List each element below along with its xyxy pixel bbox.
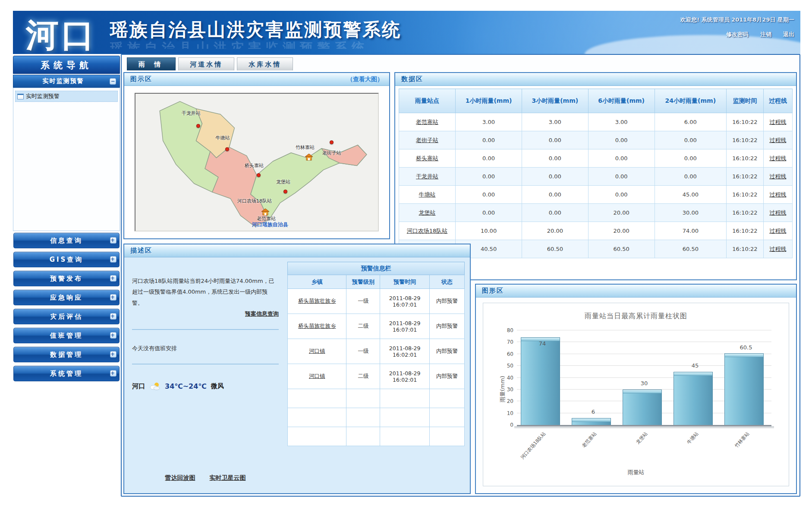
radar-echo-link[interactable]: 雷达回波图 <box>165 474 195 481</box>
expand-icon[interactable]: + <box>110 370 116 377</box>
sidebar-menu-item-7[interactable]: 系统管理+ <box>13 366 120 381</box>
hydrograph-link[interactable]: 过程线 <box>769 155 786 162</box>
chart-x-tick: 老范寨站 <box>581 431 598 449</box>
chart-y-tick: 30 <box>507 387 513 393</box>
hydrograph-link[interactable]: 过程线 <box>769 246 786 252</box>
rain-value-cell: 6.00 <box>655 113 727 131</box>
chart-bar <box>572 418 611 425</box>
empty-cell <box>288 427 346 446</box>
rain-value-cell: 0.00 <box>588 131 655 149</box>
hydrograph-link[interactable]: 过程线 <box>769 173 786 180</box>
station-link[interactable]: 龙堡站 <box>419 209 436 216</box>
change-password-link[interactable]: 修改密码 <box>726 31 749 38</box>
sun-cloud-icon <box>149 382 161 390</box>
chart-body: 雨量站当日最高累计雨量柱状图 雨量(mm) 010203040506070807… <box>476 298 796 493</box>
expand-icon[interactable]: + <box>110 313 116 320</box>
warning-row: 桥头苗族壮族乡二级2011-08-29 16:07:01内部预警 <box>288 314 465 339</box>
chart-bar <box>623 390 662 425</box>
description-panel-header: 描述区 <box>124 244 470 257</box>
form-icon <box>17 94 24 99</box>
empty-cell <box>380 427 429 446</box>
tab-0[interactable]: 雨 情 <box>127 57 176 70</box>
tab-bar: 雨 情河道水情水库水情 <box>127 57 293 70</box>
township-link[interactable]: 河口镇 <box>309 373 325 379</box>
map-warning-house-icon[interactable] <box>261 209 269 215</box>
sidebar-menu-item-4[interactable]: 灾后评估+ <box>13 309 120 324</box>
station-cell: 老范寨站 <box>399 113 456 131</box>
hydrograph-link[interactable]: 过程线 <box>769 228 786 234</box>
expand-icon[interactable]: + <box>110 275 116 282</box>
warning-row: 河口镇二级2011-08-29 16:02:01内部预警 <box>288 364 465 389</box>
map-warning-house-icon[interactable] <box>305 154 313 161</box>
collapse-icon[interactable]: − <box>110 78 116 85</box>
data-panel-header: 数据区 <box>395 73 796 86</box>
map-station-marker[interactable] <box>196 124 200 128</box>
time-cell: 2011-08-29 16:02:01 <box>380 339 429 364</box>
exit-link[interactable]: 退出 <box>783 31 794 38</box>
township-link[interactable]: 桥头苗族壮族乡 <box>298 323 336 329</box>
hydrograph-cell: 过程线 <box>763 149 792 168</box>
station-link[interactable]: 桥头寨站 <box>416 155 438 162</box>
chart-bar-value: 45 <box>692 362 699 369</box>
map-body: 河口瑶族自治县 干龙井站牛塘站桥头寨站竹林寨站老街子站龙堡站河口农场18队站老范… <box>124 86 389 238</box>
satellite-cloud-link[interactable]: 实时卫星云图 <box>210 474 246 481</box>
sidebar-menu-item-0[interactable]: 信息查询+ <box>13 233 120 248</box>
map-station-marker[interactable] <box>225 147 229 151</box>
township-link[interactable]: 桥头苗族壮族乡 <box>298 298 336 304</box>
sidebar-section-label: 实时监测预警 <box>17 77 110 85</box>
expand-icon[interactable]: + <box>110 351 116 358</box>
hydrograph-link[interactable]: 过程线 <box>769 191 786 198</box>
warning-table-wrap: 预警信息栏 乡镇预警级别预警时间状态 桥头苗族壮族乡一级2011-08-29 1… <box>287 262 465 489</box>
map-station-marker[interactable] <box>330 140 334 144</box>
station-link[interactable]: 干龙井站 <box>416 173 438 180</box>
empty-cell <box>346 427 380 446</box>
tab-2[interactable]: 水库水情 <box>237 57 293 70</box>
rain-value-cell: 20.00 <box>588 222 655 240</box>
station-link[interactable]: 老街子站 <box>416 137 438 143</box>
map-station-marker[interactable] <box>283 190 287 193</box>
sidebar-menu-item-6[interactable]: 数据管理+ <box>13 347 120 362</box>
logout-link[interactable]: 注销 <box>760 31 771 38</box>
data-panel-title: 数据区 <box>401 75 423 83</box>
monitor-time-cell: 16:10:22 <box>727 204 764 222</box>
expand-icon[interactable]: + <box>110 332 116 339</box>
map-station-marker[interactable] <box>257 173 261 177</box>
rain-value-cell: 60.50 <box>588 240 655 258</box>
level-cell: 一级 <box>346 289 380 314</box>
view-large-map-link[interactable]: （查看大图） <box>347 76 383 83</box>
sidebar-section-realtime[interactable]: 实时监测预警 − <box>13 75 120 88</box>
warning-column-header: 预警时间 <box>380 275 429 289</box>
rain-value-cell: 3.00 <box>456 113 522 131</box>
hydrograph-link[interactable]: 过程线 <box>769 137 786 143</box>
sidebar-menu-item-5[interactable]: 值班管理+ <box>13 328 120 343</box>
station-link[interactable]: 牛塘站 <box>419 191 436 198</box>
map-panel: 图示区 （查看大图） <box>123 72 390 239</box>
station-link[interactable]: 老范寨站 <box>416 119 438 125</box>
station-link[interactable]: 河口农场18队站 <box>407 228 448 234</box>
expand-icon[interactable]: + <box>110 237 116 244</box>
sidebar-menu-item-2[interactable]: 预警发布+ <box>13 271 120 286</box>
description-panel-title: 描述区 <box>130 247 152 255</box>
weather-temperature: 34℃~24℃ <box>165 382 207 390</box>
chart-y-tick: 70 <box>507 339 513 345</box>
monitor-time-cell: 16:10:22 <box>727 240 764 258</box>
sidebar-menu-item-3[interactable]: 应急响应+ <box>13 290 120 305</box>
sidebar-menu-item-1[interactable]: GIS查询+ <box>13 252 120 267</box>
township-cell: 河口镇 <box>288 339 346 364</box>
tree-item-realtime-monitoring[interactable]: 实时监测预警 <box>15 91 118 102</box>
hydrograph-link[interactable]: 过程线 <box>769 209 786 216</box>
hydrograph-link[interactable]: 过程线 <box>769 119 786 125</box>
township-link[interactable]: 河口镇 <box>309 348 325 354</box>
rain-value-cell: 45.00 <box>655 186 727 204</box>
chart-y-tick: 60 <box>507 351 513 357</box>
expand-icon[interactable]: + <box>110 294 116 301</box>
expand-icon[interactable]: + <box>110 256 116 263</box>
rain-value-cell: 0.00 <box>456 186 522 204</box>
rain-value-cell: 0.00 <box>456 149 522 168</box>
rain-value-cell: 60.50 <box>522 240 588 258</box>
plan-info-query-link[interactable]: 预案信息查询 <box>132 310 279 318</box>
level-cell: 二级 <box>346 364 380 389</box>
county-map[interactable]: 河口瑶族自治县 干龙井站牛塘站桥头寨站竹林寨站老街子站龙堡站河口农场18队站老范… <box>135 93 379 231</box>
rain-value-cell: 30.00 <box>655 204 727 222</box>
tab-1[interactable]: 河道水情 <box>178 57 234 70</box>
